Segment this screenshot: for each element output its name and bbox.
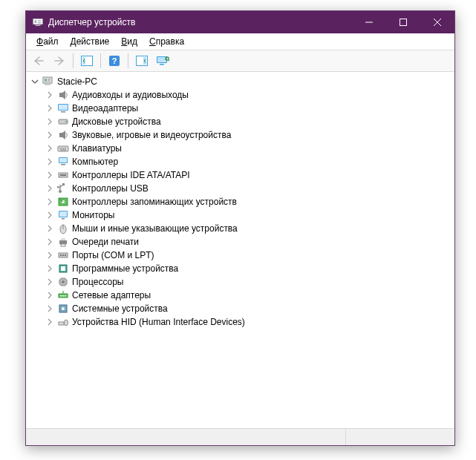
help-button[interactable]: ? xyxy=(105,52,124,70)
menu-help[interactable]: Справка xyxy=(143,35,190,48)
tree-category[interactable]: Очереди печати xyxy=(30,235,454,249)
chevron-right-icon[interactable] xyxy=(45,211,54,219)
window-title: Диспетчер устройств xyxy=(48,17,135,27)
svg-rect-53 xyxy=(61,244,65,246)
toolbar-separator xyxy=(128,53,128,68)
menu-file[interactable]: Файл xyxy=(30,35,65,48)
toolbar-separator xyxy=(73,53,74,68)
svg-point-56 xyxy=(62,254,64,256)
tree-category[interactable]: Порты (COM и LPT) xyxy=(30,249,454,262)
svg-rect-5 xyxy=(365,22,373,23)
chevron-right-icon[interactable] xyxy=(45,145,54,152)
port-icon xyxy=(57,249,69,261)
tree-category[interactable]: Контроллеры запоминающих устройств xyxy=(30,195,454,208)
svg-rect-35 xyxy=(60,150,66,151)
svg-rect-18 xyxy=(43,77,52,83)
forward-button[interactable] xyxy=(50,52,69,70)
tree-category[interactable]: Процессоры xyxy=(30,275,454,289)
svg-rect-12 xyxy=(143,57,146,65)
chevron-down-icon[interactable] xyxy=(30,78,39,85)
svg-rect-26 xyxy=(61,111,65,113)
tree-category[interactable]: Мониторы xyxy=(30,208,454,222)
tree-category[interactable]: Системные устройства xyxy=(30,302,454,315)
tree-root-label: Stacie-PC xyxy=(57,75,97,88)
svg-rect-42 xyxy=(62,183,65,185)
close-button[interactable] xyxy=(420,11,454,33)
svg-point-67 xyxy=(62,307,65,310)
device-manager-window: Диспетчер устройств Файл Действие Вид Сп… xyxy=(25,10,455,446)
tree-category[interactable]: Клавиатуры xyxy=(30,142,454,155)
device-tree[interactable]: Stacie-PC Аудиовходы и аудиовыходыВидеоа… xyxy=(26,72,454,428)
computer-icon xyxy=(57,156,69,168)
svg-rect-51 xyxy=(59,240,67,244)
tree-category-label: Сетевые адаптеры xyxy=(72,289,151,302)
chevron-right-icon[interactable] xyxy=(45,91,54,99)
chevron-right-icon[interactable] xyxy=(45,225,54,232)
audio-icon xyxy=(57,129,69,141)
svg-rect-63 xyxy=(60,295,62,297)
svg-rect-6 xyxy=(400,19,407,26)
svg-rect-40 xyxy=(60,174,66,176)
svg-text:?: ? xyxy=(112,56,117,65)
svg-rect-2 xyxy=(38,20,41,21)
svg-rect-22 xyxy=(45,84,50,85)
keyboard-icon xyxy=(57,142,69,154)
tree-category-label: Устройства HID (Human Interface Devices) xyxy=(72,315,245,329)
tree-category[interactable]: Устройства HID (Human Interface Devices) xyxy=(30,315,454,329)
menu-action[interactable]: Действие xyxy=(65,35,116,48)
scan-hardware-button[interactable] xyxy=(132,52,151,70)
chevron-right-icon[interactable] xyxy=(45,158,54,165)
display-devices-button[interactable] xyxy=(153,52,172,70)
software-icon xyxy=(57,263,69,275)
chevron-right-icon[interactable] xyxy=(45,198,54,206)
storage-icon xyxy=(57,196,69,208)
svg-rect-59 xyxy=(61,266,65,271)
svg-rect-48 xyxy=(62,218,65,220)
menu-view[interactable]: Вид xyxy=(115,35,143,48)
tree-category-label: Мониторы xyxy=(72,208,114,222)
tree-category[interactable]: Мыши и иные указывающие устройства xyxy=(30,222,454,235)
svg-point-57 xyxy=(65,254,66,256)
tree-category-label: Клавиатуры xyxy=(72,142,122,155)
tree-category[interactable]: Сетевые адаптеры xyxy=(30,289,454,302)
chevron-right-icon[interactable] xyxy=(45,318,54,326)
tree-category[interactable]: Видеоадаптеры xyxy=(30,102,454,115)
chevron-right-icon[interactable] xyxy=(45,131,54,139)
tree-category[interactable]: Компьютер xyxy=(30,155,454,168)
svg-rect-31 xyxy=(59,148,61,149)
menubar: Файл Действие Вид Справка xyxy=(26,33,454,50)
disk-icon xyxy=(57,116,69,128)
chevron-right-icon[interactable] xyxy=(45,118,54,125)
tree-root[interactable]: Stacie-PC xyxy=(30,75,454,88)
tree-category-label: Очереди печати xyxy=(72,235,139,249)
chevron-right-icon[interactable] xyxy=(45,238,54,246)
tree-category[interactable]: Звуковые, игровые и видеоустройства xyxy=(30,128,454,142)
chevron-right-icon[interactable] xyxy=(45,265,54,272)
svg-point-28 xyxy=(65,121,67,122)
show-hide-tree-button[interactable] xyxy=(77,52,97,70)
tree-category[interactable]: Дисковые устройства xyxy=(30,115,454,128)
chevron-right-icon[interactable] xyxy=(45,105,54,112)
svg-rect-21 xyxy=(48,81,50,82)
svg-rect-23 xyxy=(59,93,62,97)
tree-category[interactable]: Программные устройства xyxy=(30,262,454,275)
tree-category[interactable]: Контроллеры USB xyxy=(30,182,454,195)
svg-rect-1 xyxy=(35,20,37,23)
svg-rect-32 xyxy=(62,148,63,149)
computer-icon xyxy=(42,76,54,88)
chevron-right-icon[interactable] xyxy=(45,278,54,286)
maximize-button[interactable] xyxy=(386,11,420,33)
back-button[interactable] xyxy=(29,52,48,70)
chevron-right-icon[interactable] xyxy=(45,292,54,299)
monitor-icon xyxy=(57,209,69,221)
tree-category[interactable]: Контроллеры IDE ATA/ATAPI xyxy=(30,168,454,182)
chevron-right-icon[interactable] xyxy=(45,171,54,179)
usb-icon xyxy=(57,183,69,194)
tree-category-label: Системные устройства xyxy=(72,302,168,315)
minimize-button[interactable] xyxy=(352,11,386,33)
chevron-right-icon[interactable] xyxy=(45,185,54,192)
statusbar xyxy=(26,428,454,445)
tree-category[interactable]: Аудиовходы и аудиовыходы xyxy=(30,88,454,102)
chevron-right-icon[interactable] xyxy=(45,252,54,259)
chevron-right-icon[interactable] xyxy=(45,305,54,312)
